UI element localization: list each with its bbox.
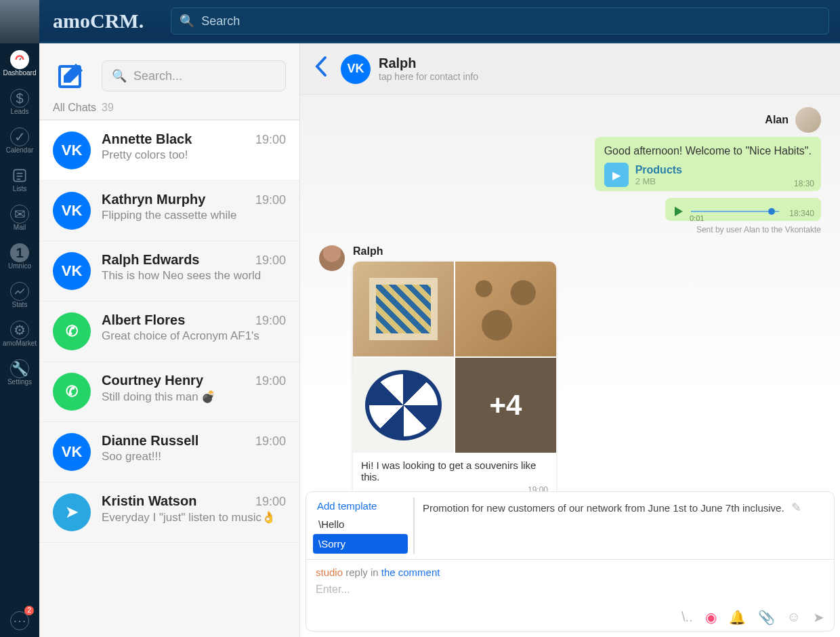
nav-label: Leads <box>10 108 28 115</box>
umnico-count-icon: 1 <box>10 243 29 262</box>
search-icon: 🔍 <box>180 14 194 28</box>
nav-lists[interactable]: Lists <box>0 159 39 198</box>
all-chats-label: All Chats <box>53 102 96 114</box>
vk-icon: VK <box>341 54 371 84</box>
nav-calendar[interactable]: ✓ Calendar <box>0 121 39 159</box>
brand-logo[interactable]: amoCRM. <box>53 9 144 33</box>
chat-row[interactable]: ✆Courtney Henry19:00Still doing this man… <box>39 362 299 422</box>
attachment[interactable]: ▶ Products 2 MB <box>604 163 812 187</box>
left-nav: Dashboard $ Leads ✓ Calendar Lists ✉ Mai… <box>0 0 39 637</box>
chat-time: 19:00 <box>255 133 286 147</box>
chat-preview: This is how Neo sees the world <box>102 269 286 283</box>
template-picker: Add template \Hello \Sorry Promotion for… <box>306 491 835 560</box>
reply-context: studio reply in the comment <box>316 567 824 578</box>
search-icon: 🔍 <box>112 68 127 83</box>
nav-label: Dashboard <box>3 69 37 77</box>
chat-name: Annette Black <box>102 131 192 147</box>
compose-button[interactable] <box>53 57 91 95</box>
send-icon[interactable]: ➤ <box>813 609 824 625</box>
chat-name: Courtney Henry <box>102 373 203 388</box>
edit-template-icon[interactable]: ✎ <box>791 500 801 515</box>
nav-settings[interactable]: 🔧 Settings <box>0 352 39 391</box>
image-thumb[interactable] <box>353 358 454 453</box>
composer-tools: \.. ◉ 🔔 📎 ☺ ➤ <box>316 609 824 625</box>
global-search[interactable]: 🔍 Search <box>171 7 829 35</box>
chat-preview: Flipping the cassette while <box>102 209 286 222</box>
incoming-time: 19:00 <box>353 485 556 491</box>
chat-subtitle[interactable]: tap here for contact info <box>379 71 478 82</box>
template-item-selected[interactable]: \Sorry <box>313 534 408 554</box>
chat-row[interactable]: VKRalph Edwards19:00This is how Neo sees… <box>39 241 299 302</box>
image-thumb[interactable] <box>353 262 454 356</box>
chat-pane: VK Ralph tap here for contact info Alan … <box>300 43 840 637</box>
slash-command-icon[interactable]: \.. <box>681 609 693 625</box>
voice-message[interactable]: 0:01 18:340 <box>665 198 821 221</box>
chat-time: 19:00 <box>255 434 286 449</box>
chat-row[interactable]: VKDianne Russell19:00Soo great!!! <box>39 422 299 482</box>
attachment-size: 2 MB <box>635 176 682 186</box>
message-time: 18:30 <box>794 179 814 188</box>
voice-track[interactable] <box>691 211 779 212</box>
nav-dashboard[interactable]: Dashboard <box>0 43 39 82</box>
chat-preview: Still doing this man 💣 <box>102 390 286 404</box>
add-template[interactable]: Add template <box>313 497 408 514</box>
emoji-icon[interactable]: ☺ <box>787 609 801 625</box>
market-icon: ⚙ <box>10 321 29 340</box>
image-more[interactable]: +4 <box>455 358 556 453</box>
chat-time: 19:00 <box>255 374 286 388</box>
chat-row[interactable]: ✆Albert Flores19:00Great choice of Acron… <box>39 302 299 362</box>
nav-stats[interactable]: Stats <box>0 275 39 314</box>
top-bar: amoCRM. 🔍 Search <box>39 0 840 43</box>
chat-preview: Great choice of Acronym AF1's <box>102 329 286 343</box>
chat-preview: Everyday I "just" listen to music👌 <box>102 510 286 525</box>
chat-name: Kathryn Murphy <box>102 192 205 207</box>
nav-label: Umnico <box>8 262 31 270</box>
workspace-thumb[interactable] <box>0 0 39 43</box>
play-icon[interactable] <box>675 207 683 216</box>
chat-name: Ralph Edwards <box>102 252 199 268</box>
back-button[interactable] <box>310 55 333 83</box>
nav-label: amoMarket <box>3 340 37 347</box>
image-thumb[interactable] <box>455 262 556 356</box>
visibility-icon[interactable]: ◉ <box>705 609 717 625</box>
outgoing-message: Good afternoon! Welcome to "Nice Habits"… <box>595 137 821 191</box>
message-input[interactable]: Enter... <box>316 583 824 596</box>
wa-icon: ✆ <box>53 312 91 350</box>
nav-mail[interactable]: ✉ Mail <box>0 198 39 237</box>
bell-icon[interactable]: 🔔 <box>729 609 746 625</box>
nav-market[interactable]: ⚙ amoMarket <box>0 314 39 352</box>
template-item[interactable]: \Hello <box>313 514 408 534</box>
dollar-icon: $ <box>10 89 29 108</box>
attachment-name: Products <box>635 164 682 176</box>
wrench-icon: 🔧 <box>10 359 29 378</box>
voice-time: 18:340 <box>789 209 814 218</box>
nav-umnico[interactable]: 1 Umnico <box>0 237 39 275</box>
messages-scroll[interactable]: Alan Good afternoon! Welcome to "Nice Ha… <box>300 95 840 491</box>
incoming-avatar[interactable] <box>319 245 345 271</box>
notification-badge: 2 <box>24 606 34 615</box>
reply-studio[interactable]: studio <box>316 567 343 578</box>
nav-leads[interactable]: $ Leads <box>0 82 39 121</box>
mail-icon: ✉ <box>10 205 29 224</box>
paperclip-icon[interactable]: 📎 <box>758 609 775 625</box>
nav-notifications[interactable]: ⋯ 2 <box>0 604 39 637</box>
chat-list-panel: 🔍 Search... All Chats 39 VKAnnette Black… <box>39 43 300 637</box>
all-chats-count: 39 <box>102 102 114 114</box>
gauge-icon <box>10 50 29 69</box>
list-icon <box>10 166 29 185</box>
nav-label: Mail <box>14 224 26 231</box>
image-card[interactable]: +4 Hi! I was looking to get a souvenirs … <box>353 262 556 491</box>
sender-avatar[interactable] <box>795 107 821 133</box>
all-chats-header[interactable]: All Chats 39 <box>39 102 299 120</box>
chat-row[interactable]: VKAnnette Black19:00Pretty colors too! <box>39 120 299 181</box>
chat-search-placeholder: Search... <box>133 69 182 83</box>
chat-preview: Pretty colors too! <box>102 148 286 162</box>
chat-row[interactable]: VKKathryn Murphy19:00Flipping the casset… <box>39 181 299 241</box>
template-preview: Promotion for new customers of our netwo… <box>415 497 827 518</box>
reply-comment-link[interactable]: the comment <box>381 567 440 578</box>
sent-note: Sent by user Alan to the Vkontakte <box>696 225 821 234</box>
chat-time: 19:00 <box>255 253 286 268</box>
chat-row[interactable]: ➤Kristin Watson19:00Everyday I "just" li… <box>39 482 299 543</box>
chat-search[interactable]: 🔍 Search... <box>102 60 286 91</box>
sender-name: Alan <box>765 114 789 126</box>
